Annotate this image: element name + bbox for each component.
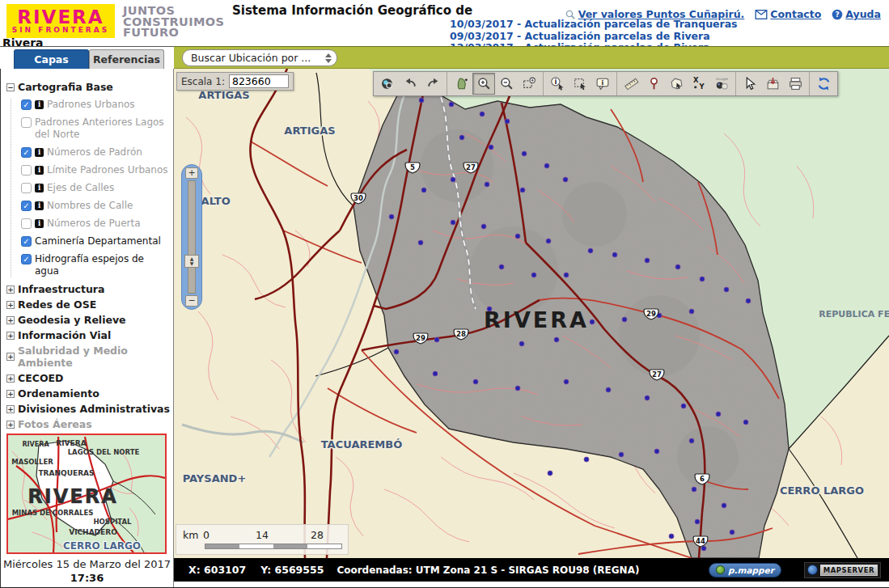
checkbox-checked[interactable] bbox=[21, 147, 32, 158]
toolbar-group: XYGoogle bbox=[617, 72, 736, 95]
tree-group-cecoed[interactable]: +CECOED bbox=[6, 372, 170, 384]
scale-input[interactable] bbox=[229, 74, 289, 88]
tool-identify-button[interactable]: i bbox=[546, 73, 569, 95]
tree-group-redes-de-ose[interactable]: +Redes de OSE bbox=[6, 298, 170, 311]
town-point bbox=[590, 319, 595, 324]
tree-group-salubridad-y-medio-ambiente[interactable]: +Salubridad y Medio Ambiente bbox=[6, 345, 170, 369]
tool-zoom-full-button[interactable] bbox=[376, 73, 399, 95]
town-point bbox=[505, 119, 510, 124]
expand-icon[interactable]: + bbox=[6, 353, 15, 361]
map-viewport[interactable]: 5273029282927644 ARTIGASARTIGASSALTOREPU… bbox=[174, 69, 889, 558]
tool-xy-coords-button[interactable]: XY bbox=[688, 73, 710, 95]
tool-add-marker-button[interactable] bbox=[642, 73, 665, 95]
toolbar-group bbox=[736, 72, 810, 95]
tree-group-cartografia-base[interactable]: −Cartografia Base bbox=[6, 81, 170, 93]
map-canvas[interactable]: 5273029282927644 ARTIGASARTIGASSALTOREPU… bbox=[174, 69, 889, 558]
collapse-icon[interactable]: − bbox=[6, 83, 15, 91]
slogan: JUNTOS CONSTRUIMOS FUTURO bbox=[123, 6, 224, 39]
info-icon[interactable] bbox=[35, 201, 44, 210]
town-point bbox=[451, 220, 455, 225]
logo-subtitle: SIN FRONTERAS bbox=[12, 26, 109, 34]
info-icon[interactable] bbox=[35, 166, 44, 175]
pointer-icon bbox=[743, 76, 758, 91]
zoom-out-button[interactable]: − bbox=[185, 295, 198, 307]
tool-zoom-out-button[interactable] bbox=[495, 73, 518, 95]
tool-refresh-button[interactable] bbox=[812, 73, 835, 95]
link-ayuda[interactable]: ? Ayuda bbox=[832, 8, 881, 20]
tool-google-button[interactable]: Google bbox=[710, 73, 733, 95]
expand-icon[interactable]: + bbox=[6, 374, 15, 383]
tab-referencias[interactable]: Referencias bbox=[89, 49, 164, 69]
tool-back-button[interactable] bbox=[399, 73, 421, 95]
info-icon[interactable] bbox=[35, 100, 44, 109]
scalebar-graphic bbox=[205, 544, 342, 549]
zoom-handle[interactable]: ▲▼ bbox=[184, 255, 199, 268]
expand-icon[interactable]: + bbox=[6, 286, 15, 294]
svg-text:27: 27 bbox=[466, 163, 476, 171]
expand-icon[interactable]: + bbox=[6, 390, 15, 398]
tree-group-geodesia-y-relieve[interactable]: +Geodesia y Relieve bbox=[6, 314, 170, 326]
town-point bbox=[433, 371, 438, 376]
tree-group-divisiones-administrativas[interactable]: +Divisiones Administrativas bbox=[6, 403, 170, 415]
zoom-slider[interactable]: + ▲▼ − bbox=[181, 164, 202, 310]
checkbox-checked[interactable] bbox=[21, 201, 32, 211]
tool-measure-button[interactable] bbox=[620, 73, 642, 95]
tool-tooltip-button[interactable]: i bbox=[591, 73, 614, 95]
tool-print-button[interactable] bbox=[784, 73, 806, 95]
tool-pan-button[interactable] bbox=[450, 73, 472, 95]
overview-label-lagos-del-norte: LAGOS DEL NORTE bbox=[68, 448, 140, 456]
town-point bbox=[700, 277, 705, 281]
checkbox-checked[interactable] bbox=[21, 236, 32, 247]
zoom-track[interactable]: ▲▼ bbox=[188, 180, 196, 294]
tree-group-infraestructura[interactable]: +Infraestructura bbox=[6, 283, 170, 295]
layer-item-numeros-de-puerta: Números de Puerta bbox=[21, 218, 170, 230]
expand-icon[interactable]: + bbox=[6, 421, 15, 429]
tool-export-button[interactable] bbox=[761, 73, 784, 95]
zoom-in-button[interactable]: + bbox=[185, 167, 198, 179]
expand-icon[interactable]: + bbox=[6, 405, 15, 413]
info-icon[interactable] bbox=[35, 148, 44, 157]
checkbox-checked[interactable] bbox=[21, 254, 32, 264]
search-location-dropdown[interactable]: Buscar Ubicación por ... bbox=[182, 49, 337, 66]
tool-zoom-box-button[interactable] bbox=[518, 73, 540, 95]
select-polygon-icon bbox=[669, 76, 684, 91]
checkbox-unchecked[interactable] bbox=[21, 165, 32, 176]
pmapper-logo[interactable]: p.mapper bbox=[709, 563, 781, 577]
tree-group-ordenamiento[interactable]: +Ordenamiento bbox=[6, 387, 170, 400]
expand-icon[interactable]: + bbox=[6, 301, 15, 309]
overview-map[interactable]: RIVERARIVERALAGOS DEL NORTEMASOLLERTRANQ… bbox=[6, 434, 167, 554]
tool-select-box-button[interactable] bbox=[569, 73, 591, 95]
checkbox-unchecked[interactable] bbox=[21, 183, 32, 193]
map-label-paysand: PAYSAND+ bbox=[183, 472, 247, 484]
select-box-icon bbox=[573, 76, 588, 91]
expand-icon[interactable]: + bbox=[6, 316, 15, 324]
expand-icon[interactable]: + bbox=[6, 332, 15, 340]
checkbox-unchecked[interactable] bbox=[21, 117, 32, 128]
tree-group-label: Geodesia y Relieve bbox=[18, 314, 126, 326]
layer-item-camineria-departamental: Caminería Departamental bbox=[21, 235, 170, 247]
current-date: Miércoles 15 de Marzo del 2017 bbox=[1, 558, 173, 570]
mapserver-logo[interactable]: MAPSERVER bbox=[804, 562, 881, 578]
tree-group-informacion-vial[interactable]: +Información Vial bbox=[6, 329, 170, 341]
tab-capas[interactable]: Capas bbox=[14, 49, 89, 69]
checkbox-unchecked[interactable] bbox=[21, 218, 32, 229]
xy-coords-icon: XY bbox=[692, 76, 707, 91]
layer-label: Números de Puerta bbox=[47, 218, 141, 230]
link-contacto[interactable]: Contacto bbox=[755, 8, 821, 20]
tool-zoom-in-button[interactable] bbox=[472, 73, 495, 95]
layer-label: Padrones Urbanos bbox=[47, 99, 135, 111]
tool-pointer-button[interactable] bbox=[739, 73, 761, 95]
tree-group-label: Información Vial bbox=[18, 329, 111, 341]
town-point bbox=[645, 396, 650, 400]
layer-tree: −Cartografia BasePadrones UrbanosPadrone… bbox=[1, 69, 173, 430]
checkbox-checked[interactable] bbox=[21, 99, 32, 110]
layer-item-padrones-anteriores-lagos-del-norte: Padrones Anteriores Lagos del Norte bbox=[21, 116, 170, 141]
tree-group-fotos-aereas[interactable]: +Fotos Áereas bbox=[6, 418, 170, 430]
info-icon[interactable] bbox=[35, 184, 44, 192]
info-icon[interactable] bbox=[35, 219, 44, 228]
mail-icon bbox=[755, 10, 768, 19]
town-point bbox=[669, 534, 674, 539]
tool-forward-button[interactable] bbox=[421, 73, 444, 95]
town-point bbox=[730, 530, 734, 535]
tool-select-polygon-button[interactable] bbox=[665, 73, 688, 95]
